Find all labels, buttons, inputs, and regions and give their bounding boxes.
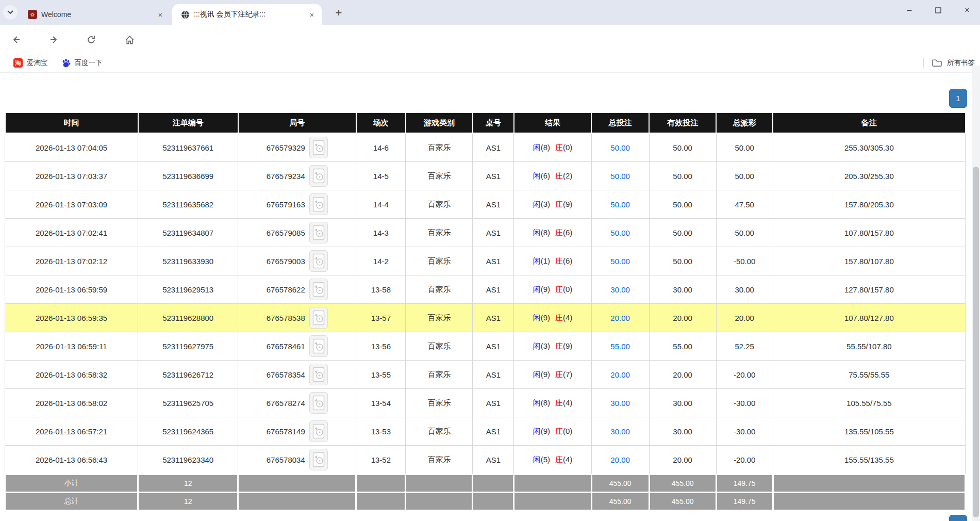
cell-round-number: 676578149 (238, 417, 356, 446)
round-number: 676578274 (267, 399, 305, 408)
video-replay-button[interactable] (309, 193, 328, 215)
round-number: 676579085 (267, 229, 305, 237)
vertical-scrollbar[interactable] (972, 66, 980, 521)
result-player-label: 闲 (533, 341, 541, 350)
bookmark-baidu[interactable]: 百度一下 (61, 58, 103, 68)
round-number: 676578034 (267, 455, 305, 464)
total-bet-link[interactable]: 50.00 (610, 229, 630, 237)
video-replay-button[interactable] (309, 392, 328, 414)
cell-result: 闲(9)庄(7) (514, 361, 591, 389)
cell-result: 闲(9)庄(4) (514, 304, 591, 332)
cell-remark: 105.55/75.55 (773, 389, 965, 417)
minimize-icon[interactable]: – (904, 5, 915, 16)
cell-total-bet: 20.00 (591, 361, 649, 389)
round-number: 676579329 (267, 143, 305, 152)
subtotal-total-bet: 455.00 (591, 475, 649, 493)
total-bet-link[interactable]: 30.00 (610, 427, 630, 436)
reload-icon (86, 35, 96, 45)
col-result: 结果 (514, 112, 591, 133)
col-time: 时间 (5, 112, 138, 133)
cell-bet-number: 523119624365 (138, 417, 238, 446)
table-row[interactable]: 2026-01-13 06:57:21 523119624365 6765781… (5, 417, 966, 446)
cell-session: 13-53 (356, 417, 406, 446)
video-replay-button[interactable] (309, 335, 328, 357)
scrollbar-thumb[interactable] (973, 167, 979, 517)
pagination-page-1-bottom[interactable]: 1 (949, 515, 967, 521)
cell-payout: 47.50 (716, 190, 773, 219)
total-bet-link[interactable]: 55.00 (610, 342, 630, 351)
table-row[interactable]: 2026-01-13 07:03:09 523119635682 6765791… (5, 190, 966, 219)
tab-betrecord[interactable]: :::视讯 会员下注纪录::: × (172, 4, 322, 25)
cell-game-type: 百家乐 (406, 389, 473, 417)
cell-payout: -20.00 (716, 361, 773, 389)
total-bet-link[interactable]: 20.00 (610, 455, 630, 464)
cell-round-number: 676578622 (238, 275, 356, 304)
cell-game-type: 百家乐 (406, 275, 473, 304)
home-button[interactable] (123, 33, 136, 46)
video-replay-button[interactable] (309, 364, 328, 385)
cell-valid-bet: 30.00 (649, 389, 716, 417)
forward-button[interactable] (47, 33, 61, 46)
globe-favicon-icon (180, 10, 190, 19)
video-replay-button[interactable] (309, 137, 328, 158)
result-banker-label: 庄 (555, 313, 563, 322)
video-replay-button[interactable] (309, 307, 328, 329)
cell-remark: 55.55/107.80 (773, 332, 965, 361)
cell-remark: 107.80/127.80 (773, 304, 965, 332)
cell-time: 2026-01-13 06:59:59 (5, 275, 138, 304)
cell-bet-number: 523119636699 (138, 162, 238, 190)
result-banker-label: 庄 (555, 370, 563, 379)
video-replay-button[interactable] (309, 250, 328, 272)
total-bet-link[interactable]: 50.00 (610, 200, 630, 209)
round-number: 676578354 (267, 370, 305, 379)
cell-total-bet: 30.00 (591, 389, 649, 417)
total-bet-link[interactable]: 30.00 (610, 285, 630, 294)
video-replay-button[interactable] (309, 222, 328, 243)
total-bet-link[interactable]: 50.00 (610, 172, 630, 181)
cell-valid-bet: 50.00 (649, 190, 716, 219)
table-row[interactable]: 2026-01-13 06:59:35 523119628800 6765785… (5, 304, 966, 332)
all-bookmarks-button[interactable]: 所有书签 (923, 58, 975, 68)
table-header: 时间 注单编号 局号 场次 游戏类别 桌号 结果 总投注 有效投注 总派彩 备注 (5, 112, 966, 133)
round-number: 676578538 (267, 314, 305, 322)
total-bet-link[interactable]: 50.00 (610, 257, 630, 266)
baidu-paw-icon (61, 58, 71, 68)
table-row[interactable]: 2026-01-13 07:03:37 523119636699 6765792… (5, 162, 966, 190)
total-bet-link[interactable]: 50.00 (610, 143, 630, 152)
back-button[interactable] (9, 33, 23, 46)
video-replay-button[interactable] (309, 165, 328, 187)
table-row[interactable]: 2026-01-13 06:58:02 523119625705 6765782… (5, 389, 966, 417)
close-tab-icon[interactable]: × (156, 10, 165, 19)
cell-game-type: 百家乐 (406, 162, 473, 190)
total-bet-link[interactable]: 20.00 (610, 314, 630, 322)
cell-total-bet: 50.00 (591, 219, 649, 247)
table-row[interactable]: 2026-01-13 07:02:41 523119634807 6765790… (5, 219, 966, 247)
total-bet-link[interactable]: 20.00 (610, 370, 630, 379)
new-tab-button[interactable]: + (332, 6, 345, 20)
table-row[interactable]: 2026-01-13 07:04:05 523119637661 6765793… (5, 133, 966, 162)
video-file-icon (312, 424, 325, 439)
close-window-icon[interactable]: × (961, 5, 973, 16)
table-row[interactable]: 2026-01-13 06:56:43 523119623340 6765780… (5, 446, 966, 475)
close-tab-icon[interactable]: × (307, 10, 317, 19)
tab-welcome[interactable]: ✿ Welcome × (20, 4, 170, 25)
cell-table-number: AS1 (473, 304, 514, 332)
reload-button[interactable] (85, 33, 98, 46)
pagination-page-1-top[interactable]: 1 (949, 89, 967, 108)
table-row[interactable]: 2026-01-13 06:59:59 523119629513 6765786… (5, 275, 966, 304)
table-row[interactable]: 2026-01-13 06:59:11 523119627975 6765784… (5, 332, 966, 361)
total-bet-link[interactable]: 30.00 (610, 399, 630, 408)
grand-total-label: 总计 (5, 493, 138, 511)
video-replay-button[interactable] (309, 420, 328, 442)
table-row[interactable]: 2026-01-13 07:02:12 523119633930 6765790… (5, 247, 966, 275)
video-file-icon (312, 310, 325, 325)
video-replay-button[interactable] (309, 449, 328, 470)
cell-round-number: 676579329 (238, 133, 356, 162)
cell-session: 14-5 (356, 162, 406, 190)
video-replay-button[interactable] (309, 279, 328, 300)
table-row[interactable]: 2026-01-13 06:58:32 523119626712 6765783… (5, 361, 966, 389)
cell-time: 2026-01-13 07:02:41 (5, 219, 138, 247)
maximize-icon[interactable] (933, 5, 944, 16)
bookmark-taobao[interactable]: 淘 爱淘宝 (13, 58, 48, 68)
tab-search-button[interactable] (3, 5, 18, 20)
